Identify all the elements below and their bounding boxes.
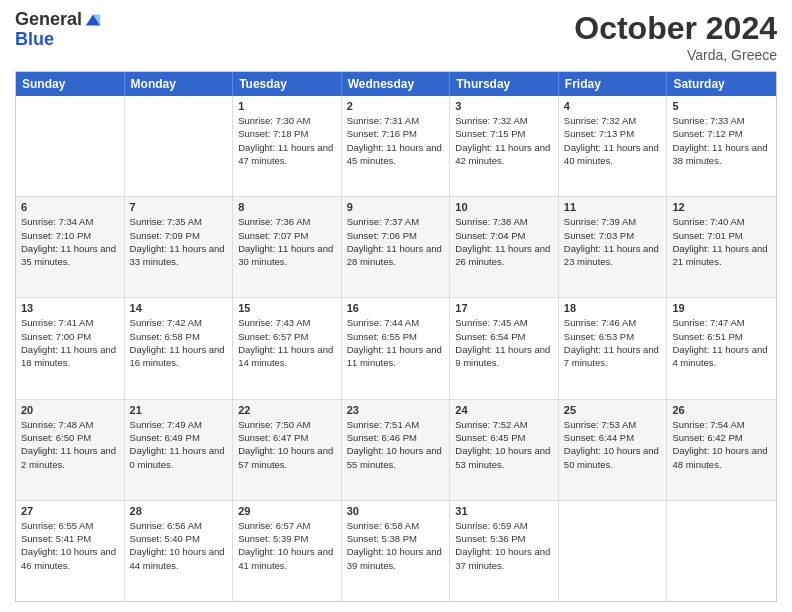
- calendar-cell: 12Sunrise: 7:40 AM Sunset: 7:01 PM Dayli…: [667, 197, 776, 297]
- day-number: 3: [455, 100, 553, 112]
- day-info: Sunrise: 7:46 AM Sunset: 6:53 PM Dayligh…: [564, 316, 662, 369]
- logo: General Blue: [15, 10, 102, 50]
- month-title: October 2024: [574, 10, 777, 47]
- day-info: Sunrise: 6:56 AM Sunset: 5:40 PM Dayligh…: [130, 519, 228, 572]
- calendar-cell: 22Sunrise: 7:50 AM Sunset: 6:47 PM Dayli…: [233, 400, 342, 500]
- calendar-cell: [667, 501, 776, 601]
- calendar: SundayMondayTuesdayWednesdayThursdayFrid…: [15, 71, 777, 602]
- day-number: 20: [21, 404, 119, 416]
- day-info: Sunrise: 6:58 AM Sunset: 5:38 PM Dayligh…: [347, 519, 445, 572]
- day-info: Sunrise: 7:38 AM Sunset: 7:04 PM Dayligh…: [455, 215, 553, 268]
- day-number: 17: [455, 302, 553, 314]
- day-info: Sunrise: 7:34 AM Sunset: 7:10 PM Dayligh…: [21, 215, 119, 268]
- calendar-cell: [125, 96, 234, 196]
- calendar-cell: 4Sunrise: 7:32 AM Sunset: 7:13 PM Daylig…: [559, 96, 668, 196]
- calendar-cell: 6Sunrise: 7:34 AM Sunset: 7:10 PM Daylig…: [16, 197, 125, 297]
- calendar-header-cell: Monday: [125, 72, 234, 96]
- calendar-header-cell: Wednesday: [342, 72, 451, 96]
- calendar-header-cell: Sunday: [16, 72, 125, 96]
- day-number: 23: [347, 404, 445, 416]
- day-number: 24: [455, 404, 553, 416]
- calendar-cell: 11Sunrise: 7:39 AM Sunset: 7:03 PM Dayli…: [559, 197, 668, 297]
- day-number: 4: [564, 100, 662, 112]
- day-number: 2: [347, 100, 445, 112]
- day-number: 15: [238, 302, 336, 314]
- day-number: 6: [21, 201, 119, 213]
- calendar-cell: 30Sunrise: 6:58 AM Sunset: 5:38 PM Dayli…: [342, 501, 451, 601]
- day-info: Sunrise: 7:50 AM Sunset: 6:47 PM Dayligh…: [238, 418, 336, 471]
- location: Varda, Greece: [574, 47, 777, 63]
- day-info: Sunrise: 7:54 AM Sunset: 6:42 PM Dayligh…: [672, 418, 771, 471]
- day-info: Sunrise: 7:30 AM Sunset: 7:18 PM Dayligh…: [238, 114, 336, 167]
- calendar-cell: 21Sunrise: 7:49 AM Sunset: 6:49 PM Dayli…: [125, 400, 234, 500]
- calendar-cell: 20Sunrise: 7:48 AM Sunset: 6:50 PM Dayli…: [16, 400, 125, 500]
- page: General Blue October 2024 Varda, Greece …: [0, 0, 792, 612]
- day-number: 28: [130, 505, 228, 517]
- day-info: Sunrise: 7:41 AM Sunset: 7:00 PM Dayligh…: [21, 316, 119, 369]
- calendar-row: 6Sunrise: 7:34 AM Sunset: 7:10 PM Daylig…: [16, 196, 776, 297]
- day-number: 10: [455, 201, 553, 213]
- day-info: Sunrise: 7:39 AM Sunset: 7:03 PM Dayligh…: [564, 215, 662, 268]
- day-number: 1: [238, 100, 336, 112]
- day-info: Sunrise: 7:47 AM Sunset: 6:51 PM Dayligh…: [672, 316, 771, 369]
- day-info: Sunrise: 7:32 AM Sunset: 7:15 PM Dayligh…: [455, 114, 553, 167]
- calendar-header-cell: Tuesday: [233, 72, 342, 96]
- calendar-cell: 8Sunrise: 7:36 AM Sunset: 7:07 PM Daylig…: [233, 197, 342, 297]
- day-info: Sunrise: 7:48 AM Sunset: 6:50 PM Dayligh…: [21, 418, 119, 471]
- day-number: 27: [21, 505, 119, 517]
- calendar-cell: 3Sunrise: 7:32 AM Sunset: 7:15 PM Daylig…: [450, 96, 559, 196]
- calendar-cell: 1Sunrise: 7:30 AM Sunset: 7:18 PM Daylig…: [233, 96, 342, 196]
- day-number: 16: [347, 302, 445, 314]
- day-info: Sunrise: 7:33 AM Sunset: 7:12 PM Dayligh…: [672, 114, 771, 167]
- day-number: 13: [21, 302, 119, 314]
- calendar-row: 1Sunrise: 7:30 AM Sunset: 7:18 PM Daylig…: [16, 96, 776, 196]
- calendar-cell: 16Sunrise: 7:44 AM Sunset: 6:55 PM Dayli…: [342, 298, 451, 398]
- calendar-cell: 5Sunrise: 7:33 AM Sunset: 7:12 PM Daylig…: [667, 96, 776, 196]
- calendar-cell: 24Sunrise: 7:52 AM Sunset: 6:45 PM Dayli…: [450, 400, 559, 500]
- day-number: 8: [238, 201, 336, 213]
- day-number: 25: [564, 404, 662, 416]
- header: General Blue October 2024 Varda, Greece: [15, 10, 777, 63]
- day-number: 7: [130, 201, 228, 213]
- day-number: 5: [672, 100, 771, 112]
- day-info: Sunrise: 7:43 AM Sunset: 6:57 PM Dayligh…: [238, 316, 336, 369]
- calendar-cell: 27Sunrise: 6:55 AM Sunset: 5:41 PM Dayli…: [16, 501, 125, 601]
- day-number: 21: [130, 404, 228, 416]
- calendar-cell: 19Sunrise: 7:47 AM Sunset: 6:51 PM Dayli…: [667, 298, 776, 398]
- calendar-header-cell: Saturday: [667, 72, 776, 96]
- day-info: Sunrise: 6:57 AM Sunset: 5:39 PM Dayligh…: [238, 519, 336, 572]
- calendar-row: 20Sunrise: 7:48 AM Sunset: 6:50 PM Dayli…: [16, 399, 776, 500]
- day-info: Sunrise: 7:35 AM Sunset: 7:09 PM Dayligh…: [130, 215, 228, 268]
- day-info: Sunrise: 7:52 AM Sunset: 6:45 PM Dayligh…: [455, 418, 553, 471]
- day-number: 30: [347, 505, 445, 517]
- calendar-cell: [16, 96, 125, 196]
- day-info: Sunrise: 7:42 AM Sunset: 6:58 PM Dayligh…: [130, 316, 228, 369]
- logo-blue-text: Blue: [15, 30, 102, 50]
- calendar-body: 1Sunrise: 7:30 AM Sunset: 7:18 PM Daylig…: [16, 96, 776, 601]
- calendar-row: 13Sunrise: 7:41 AM Sunset: 7:00 PM Dayli…: [16, 297, 776, 398]
- day-info: Sunrise: 7:44 AM Sunset: 6:55 PM Dayligh…: [347, 316, 445, 369]
- calendar-header-cell: Thursday: [450, 72, 559, 96]
- calendar-cell: [559, 501, 668, 601]
- calendar-cell: 13Sunrise: 7:41 AM Sunset: 7:00 PM Dayli…: [16, 298, 125, 398]
- day-info: Sunrise: 7:40 AM Sunset: 7:01 PM Dayligh…: [672, 215, 771, 268]
- day-info: Sunrise: 7:45 AM Sunset: 6:54 PM Dayligh…: [455, 316, 553, 369]
- day-info: Sunrise: 7:31 AM Sunset: 7:16 PM Dayligh…: [347, 114, 445, 167]
- day-info: Sunrise: 7:49 AM Sunset: 6:49 PM Dayligh…: [130, 418, 228, 471]
- calendar-cell: 9Sunrise: 7:37 AM Sunset: 7:06 PM Daylig…: [342, 197, 451, 297]
- day-info: Sunrise: 6:59 AM Sunset: 5:36 PM Dayligh…: [455, 519, 553, 572]
- calendar-header: SundayMondayTuesdayWednesdayThursdayFrid…: [16, 72, 776, 96]
- day-number: 19: [672, 302, 771, 314]
- day-number: 14: [130, 302, 228, 314]
- calendar-cell: 26Sunrise: 7:54 AM Sunset: 6:42 PM Dayli…: [667, 400, 776, 500]
- day-info: Sunrise: 7:53 AM Sunset: 6:44 PM Dayligh…: [564, 418, 662, 471]
- day-number: 9: [347, 201, 445, 213]
- calendar-row: 27Sunrise: 6:55 AM Sunset: 5:41 PM Dayli…: [16, 500, 776, 601]
- day-info: Sunrise: 7:36 AM Sunset: 7:07 PM Dayligh…: [238, 215, 336, 268]
- day-info: Sunrise: 7:32 AM Sunset: 7:13 PM Dayligh…: [564, 114, 662, 167]
- calendar-cell: 18Sunrise: 7:46 AM Sunset: 6:53 PM Dayli…: [559, 298, 668, 398]
- calendar-cell: 2Sunrise: 7:31 AM Sunset: 7:16 PM Daylig…: [342, 96, 451, 196]
- day-number: 11: [564, 201, 662, 213]
- calendar-cell: 25Sunrise: 7:53 AM Sunset: 6:44 PM Dayli…: [559, 400, 668, 500]
- calendar-cell: 10Sunrise: 7:38 AM Sunset: 7:04 PM Dayli…: [450, 197, 559, 297]
